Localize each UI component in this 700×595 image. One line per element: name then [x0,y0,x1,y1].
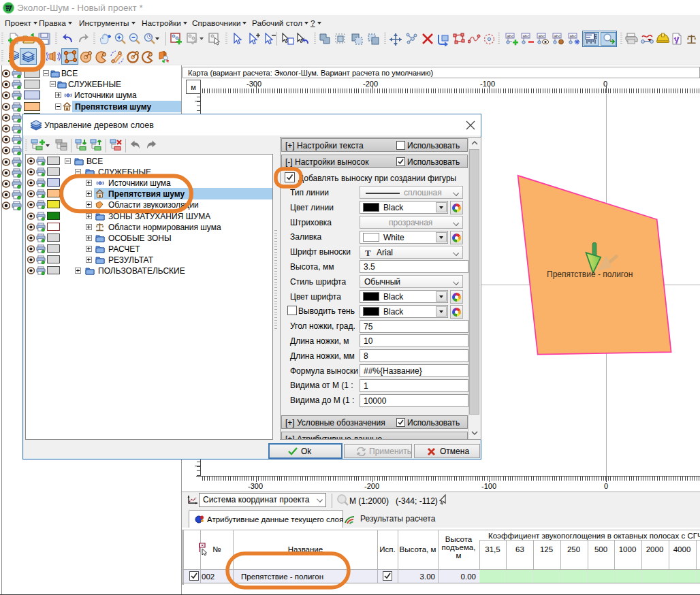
svg-text:abc: abc [507,34,514,38]
svg-text:abc: abc [570,34,577,38]
svg-text:abc: abc [554,34,561,38]
svg-text:abc: abc [523,34,530,38]
svg-text:abc: abc [539,34,545,38]
